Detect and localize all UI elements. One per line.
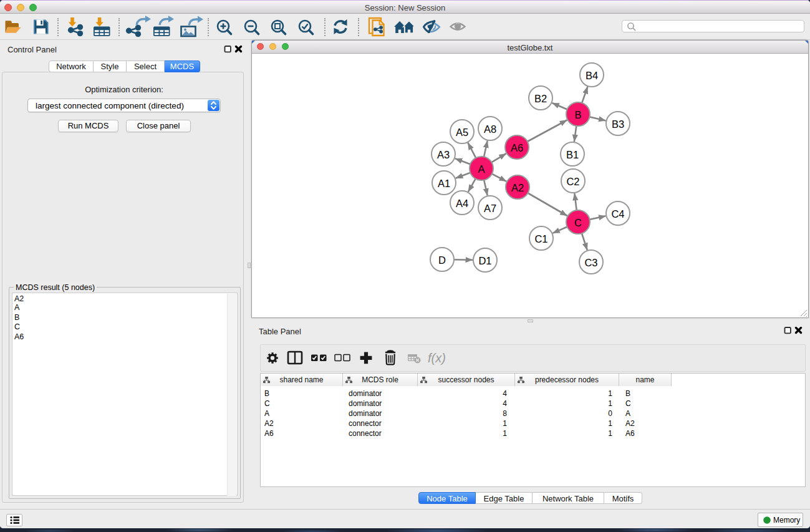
svg-text:C: C (574, 217, 582, 228)
svg-text:A6: A6 (511, 142, 523, 153)
svg-text:A3: A3 (437, 149, 450, 160)
svg-text:B2: B2 (534, 93, 547, 104)
svg-text:f(x): f(x) (428, 351, 446, 365)
svg-text:C3: C3 (584, 257, 597, 268)
svg-text:D: D (438, 254, 446, 266)
svg-text:B3: B3 (612, 118, 624, 130)
svg-text:C2: C2 (566, 176, 579, 187)
svg-text:B4: B4 (586, 70, 598, 81)
svg-text:A: A (478, 163, 485, 175)
svg-text:B1: B1 (566, 149, 579, 160)
svg-text:A8: A8 (484, 123, 496, 135)
svg-text:A4: A4 (456, 198, 468, 209)
svg-text:A5: A5 (456, 127, 468, 138)
svg-text:A1: A1 (438, 178, 450, 189)
svg-text:A2: A2 (511, 182, 524, 193)
svg-text:C1: C1 (534, 233, 547, 244)
svg-text:A7: A7 (484, 203, 496, 214)
svg-text:B: B (574, 109, 581, 120)
svg-text:D1: D1 (478, 255, 491, 266)
svg-text:C4: C4 (611, 208, 624, 220)
